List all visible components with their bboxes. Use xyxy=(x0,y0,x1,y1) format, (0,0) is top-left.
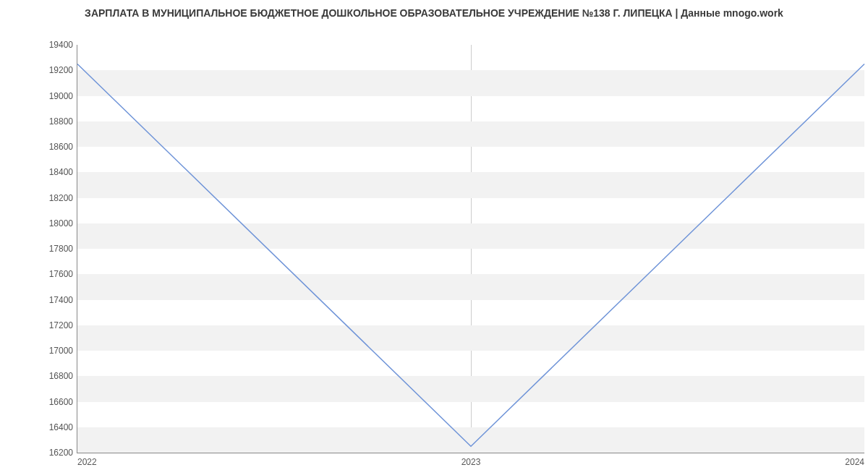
y-tick-label: 16200 xyxy=(49,448,77,458)
y-tick-label: 17000 xyxy=(49,346,77,356)
y-tick-label: 17600 xyxy=(49,269,77,279)
y-tick-label: 18800 xyxy=(49,116,77,127)
y-tick-label: 18000 xyxy=(49,218,77,228)
x-tick-label: 2024 xyxy=(845,453,864,467)
plot-region: 1620016400166001680017000172001740017600… xyxy=(77,45,864,453)
y-tick-label: 19400 xyxy=(49,40,77,50)
y-tick-label: 17800 xyxy=(49,244,77,254)
y-tick-label: 18400 xyxy=(49,167,77,177)
y-tick-label: 18200 xyxy=(49,193,77,203)
x-tick-label: 2022 xyxy=(77,453,97,467)
chart-title: ЗАРПЛАТА В МУНИЦИПАЛЬНОЕ БЮДЖЕТНОЕ ДОШКО… xyxy=(0,0,868,22)
y-tick-label: 19200 xyxy=(49,65,77,75)
y-tick-label: 18600 xyxy=(49,142,77,152)
y-tick-label: 16800 xyxy=(49,371,77,381)
chart-area: 1620016400166001680017000172001740017600… xyxy=(0,22,868,470)
y-tick-label: 17400 xyxy=(49,295,77,305)
y-tick-label: 17200 xyxy=(49,320,77,330)
x-tick-label: 2023 xyxy=(461,453,481,467)
y-tick-label: 19000 xyxy=(49,91,77,101)
y-tick-label: 16600 xyxy=(49,397,77,407)
line-series xyxy=(77,45,864,453)
y-tick-label: 16400 xyxy=(49,422,77,432)
